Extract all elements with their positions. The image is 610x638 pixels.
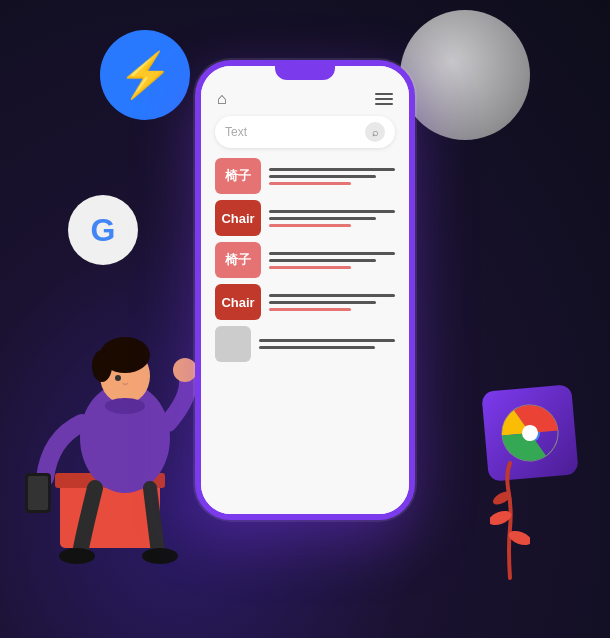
home-icon: ⌂ — [217, 90, 227, 108]
svg-point-16 — [173, 358, 197, 382]
line — [259, 339, 395, 342]
phone-mockup: ⌂ Text ⌕ 椅子 — [195, 60, 415, 520]
svg-point-12 — [92, 350, 112, 382]
line — [269, 266, 351, 269]
scene: ⚡ G — [0, 0, 610, 638]
google-letter: G — [91, 212, 116, 249]
phone-frame: ⌂ Text ⌕ 椅子 — [195, 60, 415, 520]
phone-notch — [275, 66, 335, 80]
list-item[interactable]: Chair — [215, 284, 395, 320]
phone-topbar: ⌂ — [211, 86, 399, 116]
search-bar[interactable]: Text ⌕ — [215, 116, 395, 148]
line — [269, 308, 351, 311]
item-label-4: Chair — [221, 295, 254, 310]
svg-point-19 — [105, 398, 145, 414]
chrome-icon — [497, 400, 562, 465]
search-placeholder-text: Text — [225, 125, 365, 139]
line — [269, 168, 395, 171]
line — [269, 182, 351, 185]
item-badge-2: Chair — [215, 200, 261, 236]
line — [269, 301, 376, 304]
item-lines-1 — [269, 168, 395, 185]
line — [269, 224, 351, 227]
line — [269, 294, 395, 297]
plant-decoration — [490, 458, 520, 578]
search-icon: ⌕ — [365, 122, 385, 142]
moon-decoration — [400, 10, 530, 140]
line — [269, 217, 376, 220]
list-item[interactable] — [215, 326, 395, 362]
line — [269, 259, 376, 262]
menu-line-3 — [375, 103, 393, 105]
item-lines-2 — [269, 210, 395, 227]
svg-point-18 — [142, 548, 178, 564]
item-lines-5 — [259, 339, 395, 349]
item-label-3: 椅子 — [225, 251, 251, 269]
phone-screen: ⌂ Text ⌕ 椅子 — [201, 66, 409, 514]
hamburger-menu[interactable] — [375, 93, 393, 105]
google-circle: G — [68, 195, 138, 265]
list-item[interactable]: 椅子 — [215, 242, 395, 278]
menu-line-1 — [375, 93, 393, 95]
item-label-1: 椅子 — [225, 167, 251, 185]
item-badge-3: 椅子 — [215, 242, 261, 278]
item-label-2: Chair — [221, 211, 254, 226]
item-lines-4 — [269, 294, 395, 311]
list-item[interactable]: 椅子 — [215, 158, 395, 194]
lightning-icon: ⚡ — [118, 53, 173, 97]
lightning-badge: ⚡ — [100, 30, 190, 120]
svg-point-13 — [115, 375, 121, 381]
item-badge-4: Chair — [215, 284, 261, 320]
item-lines-3 — [269, 252, 395, 269]
line — [269, 210, 395, 213]
svg-rect-15 — [28, 476, 48, 510]
item-badge-5 — [215, 326, 251, 362]
menu-line-2 — [375, 98, 393, 100]
list-item[interactable]: Chair — [215, 200, 395, 236]
line — [269, 175, 376, 178]
item-badge-1: 椅子 — [215, 158, 261, 194]
svg-point-17 — [59, 548, 95, 564]
list-container: 椅子 Chair — [211, 158, 399, 362]
line — [269, 252, 395, 255]
line — [259, 346, 375, 349]
